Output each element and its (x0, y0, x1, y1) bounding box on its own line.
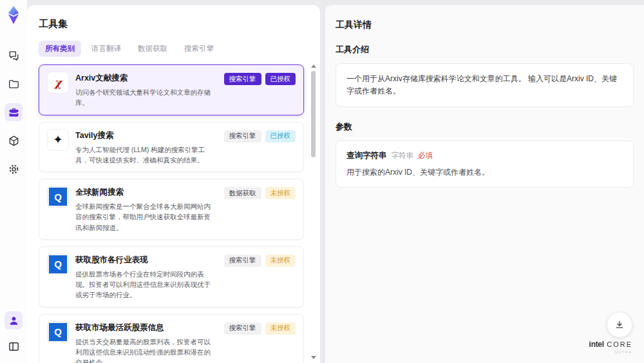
tool-description: 访问各个研究领域大量科学论文和文章的存储库。 (75, 87, 214, 108)
intro-heading: 工具介绍 (336, 44, 634, 55)
folder-icon[interactable] (5, 75, 23, 93)
intel-core-text: CORE (607, 340, 632, 348)
scroll-down-icon[interactable] (311, 356, 316, 359)
intel-brand-text: intel (589, 340, 604, 349)
scroll-up-icon[interactable] (311, 64, 316, 68)
tool-description: 专为人工智能代理 (LLM) 构建的搜索引擎工具，可快速提供实时、准确和真实的结… (75, 144, 214, 166)
intro-text: 一个用于从Arxiv存储库搜索科学论文和文章的工具。 输入可以是Arxiv ID… (346, 73, 623, 97)
param-name: 查询字符串 (346, 150, 387, 161)
tool-card[interactable]: 获取股市各行业表现 提供股票市场各个行业在特定时间段内的表现。投资者可以利用这些… (39, 246, 304, 308)
tool-card[interactable]: Arxiv文献搜索 访问各个研究领域大量科学论文和文章的存储库。 搜索引擎 已授… (39, 64, 304, 115)
tool-detail-panel: 工具详情 工具介绍 一个用于从Arxiv存储库搜索科学论文和文章的工具。 输入可… (325, 5, 644, 363)
param-required-flag: 必填 (418, 151, 433, 161)
category-badge: 搜索引擎 (224, 130, 261, 142)
tool-card[interactable]: 获取市场最活跃股票信息 提供当天交易量最高的股票列表，投资者可以利用这些信息来识… (39, 314, 304, 363)
category-tabs: 所有类别语言翻译数据获取搜索引擎 (39, 41, 320, 57)
tool-logo-icon (47, 72, 69, 93)
tools-list-panel: 工具集 所有类别语言翻译数据获取搜索引擎 Arxiv文献搜索 访问各个研究领域大… (27, 5, 320, 363)
tool-logo-icon (47, 253, 69, 275)
tool-description: 提供股票市场各个行业在特定时间段内的表现。投资者可以利用这些信息来识别表现优于或… (75, 269, 214, 300)
tool-card[interactable]: Tavily搜索 专为人工智能代理 (LLM) 构建的搜索引擎工具，可快速提供实… (39, 122, 304, 173)
tool-name: 获取市场最活跃股票信息 (75, 322, 214, 333)
auth-status-badge: 已授权 (265, 73, 296, 85)
tool-name: Tavily搜索 (75, 130, 214, 141)
category-tab[interactable]: 所有类别 (39, 41, 81, 57)
sidebar-bottom (5, 311, 23, 355)
category-badge: 搜索引擎 (224, 73, 261, 85)
intel-core-logo: intel CORE ULTRA (589, 338, 632, 354)
tool-description: 全球新闻搜索是一个聚合全球各大新闻网站内容的搜索引擎，帮助用户快速获取全球最新资… (75, 201, 214, 233)
param-box: 查询字符串 字符串 必填 用于搜索的Arxiv ID、关键字或作者姓名。 (336, 141, 634, 188)
list-scrollbar[interactable] (310, 64, 316, 359)
sidebar-nav (5, 46, 23, 178)
category-badge: 搜索引擎 (224, 255, 261, 267)
page-title: 工具集 (39, 18, 320, 30)
tool-logo-icon (47, 186, 69, 208)
tool-name: 全球新闻搜索 (75, 187, 214, 198)
scrollbar-thumb[interactable] (311, 71, 316, 157)
tool-logo-icon (47, 129, 69, 151)
settings-gear-icon[interactable] (5, 160, 23, 178)
intel-ultra-text: ULTRA (589, 350, 632, 354)
param-type: 字符串 (392, 151, 414, 161)
tool-description: 提供当天交易量最高的股票列表，投资者可以利用这些信息来识别流动性强的股票和潜在的… (75, 337, 214, 363)
category-tab[interactable]: 数据获取 (131, 41, 174, 57)
category-tab[interactable]: 搜索引擎 (178, 41, 220, 57)
auth-status-badge: 已授权 (265, 130, 296, 142)
user-avatar-icon[interactable] (5, 311, 23, 329)
tool-list: Arxiv文献搜索 访问各个研究领域大量科学论文和文章的存储库。 搜索引擎 已授… (39, 64, 304, 363)
download-button[interactable] (607, 313, 632, 337)
auth-status-badge: 未授权 (265, 322, 296, 335)
auth-status-badge: 未授权 (265, 187, 296, 199)
params-heading: 参数 (336, 121, 634, 133)
app-logo-gem-icon (5, 5, 23, 25)
category-tab[interactable]: 语言翻译 (85, 41, 128, 57)
tool-name: Arxiv文献搜索 (75, 73, 214, 84)
cube-icon[interactable] (5, 132, 23, 150)
category-badge: 搜索引擎 (224, 322, 261, 335)
tool-logo-icon (47, 321, 69, 343)
sidebar (0, 0, 27, 363)
toolbox-icon[interactable] (5, 103, 23, 121)
intro-box: 一个用于从Arxiv存储库搜索科学论文和文章的工具。 输入可以是Arxiv ID… (336, 63, 634, 107)
chat-icon[interactable] (5, 46, 23, 64)
tool-name: 获取股市各行业表现 (75, 255, 214, 266)
detail-title: 工具详情 (336, 19, 634, 31)
tool-card[interactable]: 全球新闻搜索 全球新闻搜索是一个聚合全球各大新闻网站内容的搜索引擎，帮助用户快速… (39, 179, 304, 240)
param-description: 用于搜索的Arxiv ID、关键字或作者姓名。 (346, 167, 623, 178)
download-icon (614, 319, 625, 331)
auth-status-badge: 未授权 (265, 255, 296, 267)
category-badge: 数据获取 (224, 187, 261, 199)
panel-toggle-icon[interactable] (5, 337, 23, 355)
